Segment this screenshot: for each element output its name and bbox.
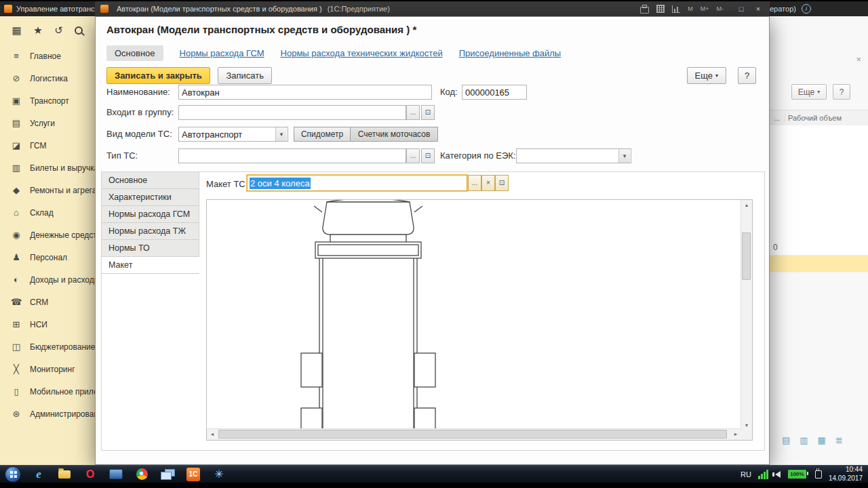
- tab-fuel-rates[interactable]: Нормы расхода ГСМ: [180, 48, 264, 58]
- close-button[interactable]: ×: [753, 5, 763, 13]
- sidebar-item-personnel[interactable]: ♟ Персонал: [0, 246, 95, 268]
- tab-main[interactable]: Основное: [106, 45, 163, 61]
- layout-clear-button[interactable]: ×: [481, 175, 495, 191]
- memory-m-minus-button[interactable]: M-: [717, 5, 724, 12]
- signal-strength-icon[interactable]: [758, 470, 768, 479]
- table-row[interactable]: [770, 125, 868, 142]
- vertical-scrollbar[interactable]: ▲ ▼: [741, 200, 752, 430]
- remote-desktop-icon[interactable]: [155, 466, 180, 483]
- table-row[interactable]: [770, 207, 868, 224]
- inner-tab-layout[interactable]: Макет: [102, 257, 199, 274]
- more-button[interactable]: Еще ▾: [687, 67, 726, 84]
- apps-grid-icon[interactable]: ▦: [12, 24, 22, 37]
- table-row[interactable]: [770, 174, 868, 191]
- sidebar-item-nsi[interactable]: ⊞ НСИ: [0, 313, 95, 336]
- save-button[interactable]: Записать: [218, 67, 272, 84]
- sidebar-item-services[interactable]: ▤ Услуги: [0, 112, 95, 134]
- 1c-taskbar-icon[interactable]: 1С: [180, 466, 206, 483]
- sidebar-item-transport[interactable]: ▣ Транспорт: [0, 89, 95, 112]
- table-view-icon[interactable]: [656, 5, 665, 13]
- background-close-icon[interactable]: ×: [856, 54, 861, 64]
- blue-app-icon[interactable]: [103, 466, 129, 483]
- hour-meter-toggle[interactable]: Счетчик моточасов: [350, 127, 438, 142]
- sidebar-item-administration[interactable]: ⊛ Администрирование: [0, 403, 95, 425]
- sidebar-item-money[interactable]: ◉ Денежные средства: [0, 224, 95, 246]
- view-lines-icon[interactable]: ≣: [835, 435, 843, 445]
- help-button[interactable]: ?: [738, 67, 756, 84]
- tab-attached-files[interactable]: Присоединенные файлы: [459, 48, 561, 58]
- inner-tab-characteristics[interactable]: Характеристики: [102, 189, 199, 206]
- table-row-zero[interactable]: 0: [770, 239, 868, 256]
- model-kind-combo[interactable]: Автотранспорт ▾: [178, 127, 288, 142]
- power-plug-icon[interactable]: [815, 470, 822, 479]
- chevron-down-icon[interactable]: ▾: [275, 127, 287, 141]
- battery-indicator[interactable]: 100%: [787, 469, 807, 479]
- inner-tab-fluid-norms[interactable]: Нормы расхода ТЖ: [102, 223, 199, 240]
- chart-icon[interactable]: [672, 5, 680, 13]
- history-icon[interactable]: ↺: [54, 24, 63, 37]
- scroll-left-icon[interactable]: ◄: [207, 429, 218, 439]
- view-grid-icon[interactable]: ▦: [818, 435, 826, 445]
- inner-tab-maintenance-norms[interactable]: Нормы ТО: [102, 240, 199, 257]
- sidebar-item-crm[interactable]: ☎ CRM: [0, 291, 95, 313]
- scroll-up-icon[interactable]: ▲: [741, 200, 752, 210]
- table-row[interactable]: [770, 158, 868, 175]
- sidebar-item-warehouse[interactable]: ⌂ Склад: [0, 201, 95, 224]
- chevron-down-icon[interactable]: ▾: [618, 149, 630, 163]
- ie-icon[interactable]: e: [26, 466, 52, 483]
- inner-tab-fuel-norms[interactable]: Нормы расхода ГСМ: [102, 206, 199, 223]
- sidebar-item-main[interactable]: ≡ Главное: [0, 45, 95, 67]
- view-rows-icon[interactable]: ▥: [800, 435, 808, 445]
- background-more-button[interactable]: Еще ▾: [791, 84, 827, 100]
- favorites-star-icon[interactable]: ★: [33, 24, 42, 37]
- sidebar-item-fuel[interactable]: ◪ ГСМ: [0, 134, 95, 157]
- info-icon[interactable]: i: [802, 4, 811, 14]
- group-choose-button[interactable]: ...: [406, 105, 420, 120]
- vertical-scroll-thumb[interactable]: [742, 232, 751, 280]
- start-button[interactable]: [0, 466, 26, 483]
- maximize-button[interactable]: □: [736, 5, 746, 13]
- scroll-right-icon[interactable]: ►: [730, 429, 741, 439]
- eek-category-combo[interactable]: ▾: [516, 148, 631, 163]
- group-field[interactable]: [178, 105, 406, 120]
- code-field[interactable]: [462, 85, 527, 100]
- volume-icon[interactable]: [775, 471, 781, 478]
- snowflake-app-icon[interactable]: ✳: [206, 466, 232, 483]
- tab-fluid-rates[interactable]: Нормы расхода технических жидкостей: [281, 48, 443, 58]
- search-icon[interactable]: [75, 26, 83, 35]
- sidebar-item-income-expense[interactable]: ◐ Доходы и расходы: [0, 268, 95, 291]
- horizontal-scrollbar[interactable]: ◄ ►: [207, 428, 741, 440]
- sidebar-item-monitoring[interactable]: ╳ Мониторинг: [0, 358, 95, 380]
- view-list-icon[interactable]: ▤: [782, 435, 790, 445]
- memory-m-button[interactable]: M: [688, 5, 693, 12]
- memory-m-plus-button[interactable]: M+: [701, 5, 709, 12]
- background-help-button[interactable]: ?: [833, 84, 850, 100]
- language-indicator[interactable]: RU: [741, 470, 751, 479]
- file-explorer-icon[interactable]: [52, 466, 77, 483]
- type-field[interactable]: [178, 148, 406, 163]
- speedometer-toggle[interactable]: Спидометр: [294, 127, 351, 142]
- table-row[interactable]: [770, 142, 868, 159]
- save-and-close-button[interactable]: Записать и закрыть: [106, 67, 210, 84]
- sidebar-item-repairs[interactable]: ◆ Ремонты и агрегаты: [0, 179, 95, 201]
- sidebar-item-budgeting[interactable]: ◫ Бюджетирование: [0, 336, 95, 358]
- dialog-title-bar[interactable]: Автокран (Модели транспортных средств и …: [95, 1, 770, 16]
- clock[interactable]: 10:44 14.09.2017: [829, 466, 863, 483]
- horizontal-scroll-thumb[interactable]: [218, 430, 727, 439]
- inner-tab-main[interactable]: Основное: [102, 172, 199, 189]
- table-row[interactable]: [770, 223, 868, 240]
- type-open-icon[interactable]: ⊡: [421, 148, 435, 163]
- layout-open-icon[interactable]: ⊡: [495, 175, 509, 191]
- chrome-icon[interactable]: [129, 466, 155, 483]
- layout-choose-button[interactable]: ...: [468, 175, 481, 191]
- table-row-highlighted[interactable]: [770, 256, 868, 272]
- sidebar-item-tickets[interactable]: ▥ Билеты и выручка: [0, 157, 95, 179]
- group-open-icon[interactable]: ⊡: [421, 105, 435, 120]
- layout-field[interactable]: 2 оси 4 колеса: [247, 175, 467, 191]
- sidebar-item-mobile[interactable]: ▯ Мобильное приложение: [0, 380, 95, 403]
- name-field[interactable]: [178, 85, 432, 100]
- opera-icon[interactable]: O: [77, 466, 103, 483]
- type-choose-button[interactable]: ...: [406, 148, 420, 163]
- sidebar-item-logistics[interactable]: ⊘ Логистика: [0, 67, 95, 89]
- table-row[interactable]: [770, 190, 868, 207]
